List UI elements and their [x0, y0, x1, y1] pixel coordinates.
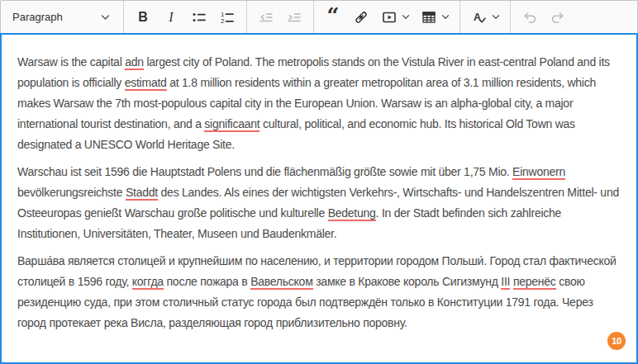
- spelling-error-word[interactable]: adn: [125, 55, 144, 70]
- toolbar-separator: [246, 1, 247, 33]
- outdent-icon: [258, 9, 274, 26]
- toolbar-separator: [459, 1, 460, 33]
- spelling-error-word[interactable]: III: [501, 275, 510, 290]
- text-segment: после пожара в: [164, 275, 250, 288]
- undo-icon: [521, 9, 538, 26]
- chevron-down-icon: [441, 14, 450, 20]
- bulleted-list-button[interactable]: [185, 4, 213, 31]
- italic-button[interactable]: I: [157, 4, 185, 31]
- svg-text:2: 2: [221, 17, 225, 25]
- spelling-error-word[interactable]: Einwonern: [512, 165, 565, 180]
- bulleted-list-icon: [191, 9, 207, 26]
- spelling-error-word[interactable]: перенёс: [513, 275, 556, 290]
- editor-paragraph[interactable]: Warsaw is the capital adn largest city o…: [17, 52, 621, 155]
- link-button[interactable]: [347, 4, 375, 31]
- block-quote-button[interactable]: “: [319, 4, 347, 31]
- heading-dropdown-label: Paragraph: [12, 11, 63, 23]
- spell-check-icon: A: [471, 9, 488, 26]
- numbered-list-button[interactable]: 1 2: [213, 4, 241, 31]
- chevron-down-icon: [492, 14, 500, 20]
- media-embed-icon: [381, 9, 398, 26]
- text-segment: Warschau ist seit 1596 die Hauptstadt Po…: [17, 165, 512, 178]
- chevron-down-icon: [101, 14, 110, 21]
- spell-check-button[interactable]: A: [465, 4, 505, 31]
- chevron-down-icon: [402, 14, 410, 20]
- redo-button[interactable]: [544, 4, 572, 31]
- spelling-error-word[interactable]: Staddt: [126, 186, 158, 201]
- text-segment: Warsaw is the capital: [17, 55, 125, 69]
- svg-text:1: 1: [221, 10, 225, 17]
- bold-button[interactable]: B: [129, 4, 157, 31]
- outdent-button[interactable]: [252, 4, 280, 31]
- undo-button[interactable]: [516, 4, 544, 31]
- redo-icon: [550, 9, 566, 26]
- editor-content[interactable]: Warsaw is the capital adn largest city o…: [0, 33, 638, 364]
- spelling-error-word[interactable]: коггда: [132, 275, 164, 290]
- bold-icon: B: [138, 11, 148, 24]
- proofreader-badge[interactable]: 10: [607, 332, 626, 350]
- text-segment: bevölkerungsreichste: [17, 186, 126, 199]
- indent-button[interactable]: [280, 4, 308, 31]
- spelling-error-word[interactable]: Bedetung: [328, 206, 376, 221]
- spelling-error-word[interactable]: significaant: [204, 117, 259, 132]
- italic-icon: I: [169, 11, 173, 24]
- spelling-error-word[interactable]: Вавельском: [250, 275, 312, 290]
- rich-text-editor: Paragraph B I 1 2: [0, 0, 638, 364]
- editor-paragraph[interactable]: Варша́ва является столицей и крупнейшим …: [17, 251, 621, 333]
- table-icon: [421, 9, 437, 26]
- insert-table-button[interactable]: [415, 4, 455, 31]
- link-icon: [353, 9, 369, 26]
- indent-icon: [286, 9, 302, 26]
- toolbar-separator: [123, 1, 124, 33]
- toolbar-separator: [510, 1, 511, 33]
- block-quote-icon: “: [327, 12, 340, 23]
- toolbar-separator: [313, 1, 314, 33]
- heading-dropdown[interactable]: Paragraph: [6, 4, 118, 31]
- editor-toolbar: Paragraph B I 1 2: [0, 0, 638, 33]
- text-segment: замке в Кракове король Сигизмунд: [313, 275, 502, 288]
- numbered-list-icon: 1 2: [219, 9, 236, 26]
- editor-paragraph[interactable]: Warschau ist seit 1596 die Hauptstadt Po…: [17, 162, 621, 244]
- spelling-error-word[interactable]: estimatd: [125, 76, 167, 91]
- media-embed-button[interactable]: [375, 4, 415, 31]
